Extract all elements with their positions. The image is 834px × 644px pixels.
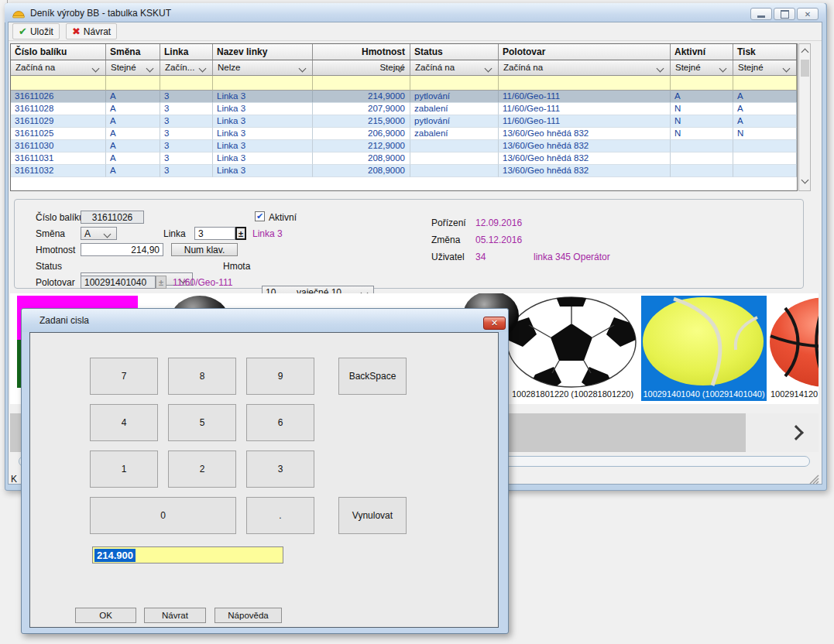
ok-button[interactable]: OK (75, 608, 136, 623)
column-header[interactable]: Hmotnost (313, 44, 410, 60)
table-vertical-scrollbar[interactable] (798, 43, 811, 191)
status-label: Status (36, 261, 62, 272)
filter-input[interactable] (671, 76, 733, 91)
porizeni-label: Pořízení (431, 218, 466, 228)
column-header[interactable]: Nazev linky (213, 44, 313, 60)
aktivni-checkbox[interactable]: ✔ (255, 211, 265, 221)
filter-dropdown[interactable]: Začíná na (410, 60, 499, 76)
table-cell: 11/60/Geo-111 (499, 91, 671, 103)
resize-grip[interactable] (807, 472, 819, 485)
table-cell: N (671, 115, 733, 128)
key-0[interactable]: 0 (90, 497, 236, 534)
table-cell: 3 (160, 165, 213, 177)
minimize-icon (757, 15, 765, 18)
key-8[interactable]: 8 (168, 358, 236, 395)
table-filter-row: Začíná naStejnéZačín...NelzeStejnéZačíná… (11, 60, 797, 76)
uzivatel-note: linka 345 Operátor (534, 252, 610, 262)
filter-input[interactable] (410, 76, 499, 91)
key-clear[interactable]: Vynulovat (338, 497, 407, 534)
key-6[interactable]: 6 (246, 404, 314, 441)
aktivni-label: Aktivní (269, 212, 297, 223)
column-header[interactable]: Status (410, 44, 499, 60)
table-row[interactable]: 31611029A3Linka 3215,9000pytlování11/60/… (11, 115, 797, 128)
key-7[interactable]: 7 (90, 358, 158, 395)
table-row[interactable]: 31611028A3Linka 3207,9000zabalení11/60/G… (11, 103, 797, 115)
table-row[interactable]: 31611025A3Linka 3206,9000zabalení13/60/G… (11, 128, 797, 140)
column-header[interactable]: Polotovar (499, 44, 671, 60)
table-cell: A (106, 152, 160, 165)
close-button[interactable]: ✕ (797, 8, 819, 20)
hmota-label: Hmota (223, 261, 250, 272)
key-9[interactable]: 9 (246, 358, 314, 395)
filter-input[interactable] (499, 76, 671, 91)
num-klav-button[interactable]: Num klav. (171, 243, 238, 256)
column-header[interactable]: Číslo balíku (11, 44, 106, 60)
filter-dropdown[interactable]: Nelze (213, 60, 313, 76)
table-cell: A (733, 103, 797, 115)
scrollbar-thumb[interactable] (801, 60, 809, 77)
napoveda-button[interactable]: Nápověda (215, 608, 282, 623)
hmotnost-input[interactable]: 214,90 (81, 243, 163, 256)
key-decimal[interactable]: . (246, 497, 314, 534)
filter-dropdown[interactable]: Stejné (671, 60, 733, 76)
table-cell: 31611025 (11, 128, 106, 140)
dialog-titlebar[interactable]: Zadani cisla (22, 309, 508, 332)
filter-input[interactable] (11, 76, 106, 91)
filter-dropdown[interactable]: Stejné (313, 60, 410, 76)
chevron-down-icon (146, 65, 154, 73)
check-icon: ✔ (256, 211, 263, 221)
gallery-item-tennis[interactable]: 100291401040 (100291401040) (641, 296, 767, 401)
key-1[interactable]: 1 (90, 450, 158, 488)
back-button[interactable]: ✖ Návrat (66, 23, 117, 39)
smena-label: Směna (36, 228, 65, 239)
table-row[interactable]: 31611030A3Linka 3212,900013/60/Geo hnědá… (11, 140, 797, 152)
filter-value: Stejné (675, 63, 701, 72)
filter-input[interactable] (106, 76, 160, 91)
filter-input[interactable] (160, 76, 213, 91)
scroll-up-icon[interactable] (801, 49, 809, 57)
filter-value: Začíná na (415, 63, 455, 72)
table-row[interactable]: 31611031A3Linka 3208,900013/60/Geo hnědá… (11, 152, 797, 165)
table-cell: A (733, 91, 797, 103)
maximize-button[interactable] (774, 8, 795, 20)
table-row[interactable]: 31611026A3Linka 3214,9000pytlování11/60/… (11, 91, 797, 103)
smena-dropdown[interactable]: A (81, 227, 117, 240)
filter-dropdown[interactable]: Stejné (106, 60, 160, 76)
filter-dropdown[interactable]: Začíná na (499, 60, 671, 76)
key-3[interactable]: 3 (246, 450, 314, 488)
filter-input[interactable] (733, 76, 797, 91)
filter-input[interactable] (313, 76, 410, 91)
key-backspace[interactable]: BackSpace (338, 358, 407, 395)
key-2[interactable]: 2 (168, 450, 236, 488)
filter-dropdown[interactable]: Začíná na (11, 60, 106, 76)
app-icon (12, 8, 25, 18)
spinner-icon: ± (239, 229, 243, 238)
navrat-button[interactable]: Návrat (144, 608, 206, 623)
cislo-baliku-field: 31611026 (81, 211, 144, 224)
key-4[interactable]: 4 (90, 404, 158, 441)
linka-field[interactable]: 3 (194, 227, 235, 240)
table-row[interactable]: 31611032A3Linka 3208,900013/60/Geo hnědá… (11, 165, 797, 177)
filter-input[interactable] (213, 76, 313, 91)
uzivatel-value: 34 (475, 252, 486, 262)
main-window-titlebar[interactable]: Deník výroby BB - tabulka KSKUT (5, 3, 825, 22)
gallery-item-basketball[interactable]: 1002914120 (768, 296, 819, 401)
filter-dropdown[interactable]: Stejné (733, 60, 797, 76)
linka-spinner[interactable]: ± (235, 227, 246, 240)
save-button[interactable]: ✔ Uložit (12, 23, 60, 39)
table-cell: zabalení (410, 128, 499, 140)
column-header[interactable]: Aktivní (671, 44, 733, 60)
table-cell: 208,9000 (313, 165, 410, 177)
key-5[interactable]: 5 (168, 404, 236, 441)
column-header[interactable]: Směna (106, 44, 160, 60)
dialog-close-button[interactable]: ✕ (483, 317, 506, 330)
minimize-button[interactable] (750, 8, 772, 20)
column-header[interactable]: Linka (160, 44, 213, 60)
gallery-item-soccer[interactable]: 100281801220 (100281801220) (506, 296, 640, 401)
table-cell: 11/60/Geo-111 (499, 115, 671, 128)
number-input[interactable]: 214.900 (92, 546, 283, 564)
scroll-down-icon[interactable] (801, 176, 809, 184)
filter-dropdown[interactable]: Začín... (160, 60, 213, 76)
column-header[interactable]: Tisk (733, 44, 797, 60)
gallery-next-button[interactable] (781, 423, 812, 442)
